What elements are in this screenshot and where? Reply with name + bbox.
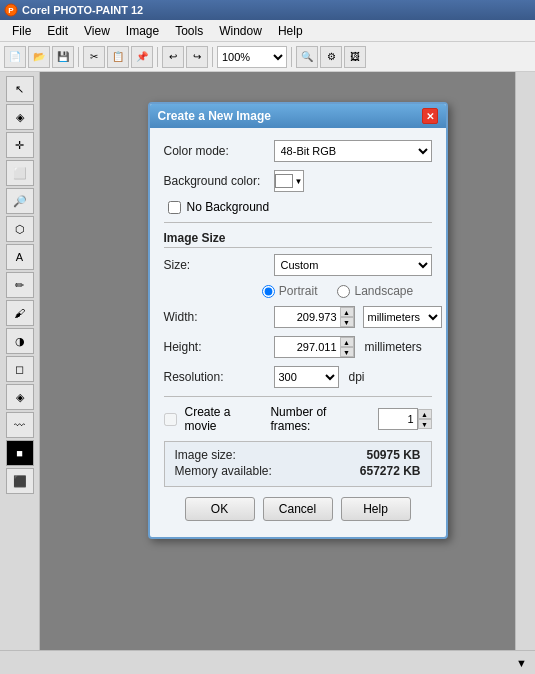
new-button[interactable]: 📄 xyxy=(4,46,26,68)
color-swatch xyxy=(275,174,293,188)
app-titlebar: P Corel PHOTO-PAINT 12 xyxy=(0,0,535,20)
height-control: ▲ ▼ millimeters xyxy=(274,336,432,358)
open-button[interactable]: 📂 xyxy=(28,46,50,68)
toolbar-sep-2 xyxy=(157,47,158,67)
info-section: Image size: 50975 KB Memory available: 6… xyxy=(164,441,432,487)
tool-fill[interactable]: ◑ xyxy=(6,328,34,354)
create-new-image-dialog: Create a New Image ✕ Color mode: 48-Bit … xyxy=(148,102,448,539)
ok-button[interactable]: OK xyxy=(185,497,255,521)
size-row: Size: Custom Letter A4 A3 xyxy=(164,254,432,276)
background-color-dropdown[interactable]: ▼ xyxy=(274,170,304,192)
undo-button[interactable]: ↩ xyxy=(162,46,184,68)
width-down-button[interactable]: ▼ xyxy=(340,317,354,327)
status-bar: ▼ xyxy=(0,650,535,674)
menu-help[interactable]: Help xyxy=(270,22,311,40)
width-spinners: ▲ ▼ xyxy=(340,307,354,327)
frames-down-button[interactable]: ▼ xyxy=(418,419,432,429)
divider-1 xyxy=(164,222,432,223)
image-size-info-row: Image size: 50975 KB xyxy=(175,448,421,462)
frames-up-button[interactable]: ▲ xyxy=(418,409,432,419)
menu-edit[interactable]: Edit xyxy=(39,22,76,40)
width-row: Width: ▲ ▼ millimeters inches p xyxy=(164,306,432,328)
height-spinners: ▲ ▼ xyxy=(340,337,354,357)
copy-button[interactable]: 📋 xyxy=(107,46,129,68)
color-mode-select[interactable]: 48-Bit RGB 24-Bit RGB Grayscale CMYK xyxy=(274,140,432,162)
toolbar-extra-1[interactable]: 🔍 xyxy=(296,46,318,68)
tool-move[interactable]: ✛ xyxy=(6,132,34,158)
width-input[interactable] xyxy=(275,307,340,327)
color-mode-row: Color mode: 48-Bit RGB 24-Bit RGB Graysc… xyxy=(164,140,432,162)
tool-smear[interactable]: 〰 xyxy=(6,412,34,438)
height-row: Height: ▲ ▼ millimeters xyxy=(164,336,432,358)
menu-file[interactable]: File xyxy=(4,22,39,40)
frames-label: Number of frames: xyxy=(270,405,365,433)
height-input[interactable] xyxy=(275,337,340,357)
toolbar-sep-4 xyxy=(291,47,292,67)
memory-key: Memory available: xyxy=(175,464,272,478)
tool-hand[interactable]: 🔎 xyxy=(6,188,34,214)
right-panel xyxy=(515,72,535,650)
menu-image[interactable]: Image xyxy=(118,22,167,40)
frames-input[interactable] xyxy=(378,408,418,430)
menu-tools[interactable]: Tools xyxy=(167,22,211,40)
cut-button[interactable]: ✂ xyxy=(83,46,105,68)
save-button[interactable]: 💾 xyxy=(52,46,74,68)
tool-clone[interactable]: ◈ xyxy=(6,384,34,410)
height-up-button[interactable]: ▲ xyxy=(340,337,354,347)
toolbar-sep-3 xyxy=(212,47,213,67)
width-spinner: ▲ ▼ xyxy=(274,306,355,328)
landscape-radio-label: Landscape xyxy=(337,284,413,298)
dialog-buttons: OK Cancel Help xyxy=(164,497,432,525)
create-movie-label: Create a movie xyxy=(185,405,263,433)
size-select[interactable]: Custom Letter A4 A3 xyxy=(274,254,432,276)
zoom-dropdown[interactable]: 100% xyxy=(217,46,287,68)
size-control: Custom Letter A4 A3 xyxy=(274,254,432,276)
create-movie-checkbox[interactable] xyxy=(164,413,177,426)
paste-button[interactable]: 📌 xyxy=(131,46,153,68)
width-up-button[interactable]: ▲ xyxy=(340,307,354,317)
toolbar-extra-3[interactable]: 🖼 xyxy=(344,46,366,68)
frames-control: ▲ ▼ xyxy=(378,408,432,430)
landscape-radio[interactable] xyxy=(337,285,350,298)
resolution-row: Resolution: 300 72 96 150 600 dpi xyxy=(164,366,432,388)
dialog-close-button[interactable]: ✕ xyxy=(422,108,438,124)
svg-text:P: P xyxy=(8,6,14,15)
no-background-checkbox[interactable] xyxy=(168,201,181,214)
tool-color[interactable]: ■ xyxy=(6,440,34,466)
divider-2 xyxy=(164,396,432,397)
size-label: Size: xyxy=(164,258,274,272)
help-button[interactable]: Help xyxy=(341,497,411,521)
portrait-radio[interactable] xyxy=(262,285,275,298)
tool-zoom[interactable]: ⬜ xyxy=(6,160,34,186)
menu-window[interactable]: Window xyxy=(211,22,270,40)
menu-bar: File Edit View Image Tools Window Help xyxy=(0,20,535,42)
menu-view[interactable]: View xyxy=(76,22,118,40)
canvas-area: Create a New Image ✕ Color mode: 48-Bit … xyxy=(40,72,515,650)
background-color-row: Background color: ▼ xyxy=(164,170,432,192)
dropdown-arrow-icon: ▼ xyxy=(295,177,303,186)
app-title: Corel PHOTO-PAINT 12 xyxy=(22,4,143,16)
toolbar-extra-2[interactable]: ⚙ xyxy=(320,46,342,68)
color-mode-label: Color mode: xyxy=(164,144,274,158)
redo-button[interactable]: ↪ xyxy=(186,46,208,68)
width-unit-select[interactable]: millimeters inches pixels centimeters xyxy=(363,306,442,328)
tool-brush[interactable]: 🖌 xyxy=(6,300,34,326)
no-background-row: No Background xyxy=(164,200,432,214)
tool-eraser[interactable]: ◻ xyxy=(6,356,34,382)
resolution-select[interactable]: 300 72 96 150 600 xyxy=(274,366,339,388)
background-color-label: Background color: xyxy=(164,174,274,188)
toolbar-sep-1 xyxy=(78,47,79,67)
tool-mask[interactable]: ⬛ xyxy=(6,468,34,494)
cancel-button[interactable]: Cancel xyxy=(263,497,333,521)
height-down-button[interactable]: ▼ xyxy=(340,347,354,357)
left-toolbar: ↖ ◈ ✛ ⬜ 🔎 ⬡ A ✏ 🖌 ◑ ◻ ◈ 〰 ■ ⬛ xyxy=(0,72,40,650)
tool-select[interactable]: ↖ xyxy=(6,76,34,102)
resolution-unit: dpi xyxy=(349,370,365,384)
tool-mode[interactable]: ◈ xyxy=(6,104,34,130)
tool-crop[interactable]: ⬡ xyxy=(6,216,34,242)
status-arrow[interactable]: ▼ xyxy=(516,657,527,669)
height-spinner: ▲ ▼ xyxy=(274,336,355,358)
tool-text[interactable]: A xyxy=(6,244,34,270)
orientation-row: Portrait Landscape xyxy=(164,284,432,298)
tool-pencil[interactable]: ✏ xyxy=(6,272,34,298)
